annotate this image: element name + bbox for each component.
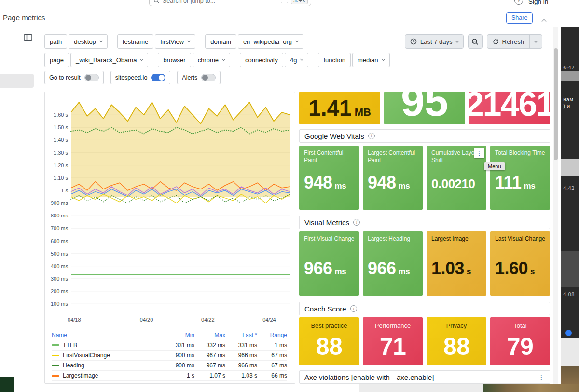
legend-series-name[interactable]: FirstVisualChange bbox=[52, 352, 164, 359]
stat-panel-privacy[interactable]: Privacy88 bbox=[427, 317, 486, 365]
variable-value-dropdown[interactable]: chrome bbox=[193, 53, 230, 67]
search-input[interactable]: Search or jump to... ⌘+k bbox=[149, 0, 311, 6]
legend-column-header[interactable]: Range bbox=[257, 332, 287, 338]
legend-row-ttfb: TTFB331 ms332 ms331 ms1 ms bbox=[52, 340, 287, 350]
svg-text:1.10 s: 1.10 s bbox=[54, 175, 68, 181]
svg-text:1.60 s: 1.60 s bbox=[54, 112, 68, 118]
legend-series-name[interactable]: TTFB bbox=[52, 342, 164, 349]
legend-row-lastvisualchange: LastVisualChange1.53 s1.70 s1.60 s167 ms bbox=[52, 380, 287, 384]
svg-text:1 s: 1 s bbox=[61, 188, 68, 193]
variable-label: function bbox=[318, 53, 351, 67]
variable-label: page bbox=[44, 53, 69, 67]
legend-range: 1 ms bbox=[257, 342, 287, 349]
svg-text:04/20: 04/20 bbox=[140, 317, 153, 323]
toggle-sitespeed-io[interactable]: sitespeed.io bbox=[110, 71, 171, 84]
section-header-visual-metrics: Visual Metrics i bbox=[299, 216, 550, 229]
big-stat-panel-1[interactable]: 95 bbox=[384, 92, 465, 124]
stat-panel-largest-image[interactable]: Largest Image1.03s bbox=[427, 231, 486, 296]
series-color-dash bbox=[52, 344, 59, 346]
background-desktop-corner bbox=[0, 377, 14, 392]
time-range-picker[interactable]: Last 7 days bbox=[405, 34, 464, 49]
big-stat-panel-0[interactable]: 1.41MB bbox=[299, 92, 380, 124]
legend-series-name[interactable]: LargestImage bbox=[52, 372, 164, 379]
legend-range: 67 ms bbox=[257, 352, 287, 359]
variable-value-dropdown[interactable]: median bbox=[352, 53, 390, 67]
chevron-up-icon[interactable] bbox=[542, 16, 546, 25]
legend-series-name[interactable]: Heading bbox=[52, 362, 164, 369]
info-icon[interactable]: i bbox=[368, 133, 375, 139]
sidebar-item-highlighted[interactable] bbox=[0, 74, 34, 88]
timeseries-chart[interactable]: 1.60 s1.50 s1.40 s1.30 s1.20 s1.10 s1 s9… bbox=[47, 94, 292, 327]
legend-min: 900 ms bbox=[164, 352, 194, 359]
menu-tooltip: Menu bbox=[484, 162, 505, 170]
chevron-down-icon bbox=[300, 57, 303, 61]
dock-menu-icon[interactable] bbox=[24, 34, 32, 41]
svg-text:600 ms: 600 ms bbox=[51, 238, 69, 244]
variable-domain: domainen_wikipedia_org bbox=[205, 34, 303, 49]
sign-in-button[interactable]: Sign in bbox=[528, 0, 548, 5]
svg-text:04/18: 04/18 bbox=[68, 317, 81, 323]
stat-panel-largest-contentful-paint[interactable]: Largest Contentful Paint948ms bbox=[363, 146, 423, 210]
page-title: Page metrics bbox=[3, 14, 45, 22]
stat-panel-title: Privacy bbox=[427, 322, 486, 330]
background-window-edge bbox=[14, 384, 359, 392]
toggle-switch[interactable] bbox=[84, 74, 99, 81]
toggle-switch[interactable] bbox=[151, 74, 165, 81]
variable-row-1: pathdesktoptestnamefirstViewdomainen_wik… bbox=[44, 34, 303, 49]
stat-panel-value: 948ms bbox=[304, 173, 346, 193]
stat-panel-value: 79 bbox=[490, 333, 550, 361]
stat-panel-total-blocking-time[interactable]: Total Blocking Time111ms bbox=[490, 146, 550, 210]
section-header-coach-score: Coach Score i bbox=[299, 302, 550, 315]
svg-text:200 ms: 200 ms bbox=[51, 288, 69, 294]
svg-text:100 ms: 100 ms bbox=[51, 301, 69, 307]
refresh-interval-dropdown[interactable] bbox=[529, 35, 542, 48]
info-icon[interactable]: i bbox=[350, 305, 357, 312]
svg-text:1.50 s: 1.50 s bbox=[54, 124, 68, 130]
variable-value-dropdown[interactable]: firstView bbox=[155, 34, 195, 49]
legend-last: 1.03 s bbox=[225, 372, 257, 379]
stat-panel-total[interactable]: Total79 bbox=[490, 317, 550, 365]
background-text: ) и bbox=[563, 103, 570, 109]
variable-value-dropdown[interactable]: en_wikipedia_org bbox=[238, 34, 303, 49]
legend-column-header[interactable]: Max bbox=[194, 332, 225, 338]
toggle-switch[interactable] bbox=[201, 74, 216, 81]
search-icon bbox=[153, 0, 160, 4]
panel-menu-button[interactable]: ⋮ bbox=[474, 148, 484, 158]
variable-browser: browserchrome bbox=[158, 53, 230, 67]
stat-panel-first-contentful-paint[interactable]: First Contentful Paint948ms bbox=[299, 146, 359, 210]
stat-panel-title: Performance bbox=[363, 322, 423, 330]
share-button[interactable]: Share bbox=[506, 12, 533, 24]
big-stat-panel-2[interactable]: 21461 bbox=[469, 92, 550, 124]
scrollbar-thumb[interactable] bbox=[554, 48, 558, 160]
stat-panel-last-visual-change[interactable]: Last Visual Change1.60s bbox=[490, 231, 550, 296]
info-icon[interactable]: i bbox=[353, 219, 360, 226]
legend-column-header[interactable]: Last * bbox=[225, 332, 257, 338]
legend-column-header[interactable]: Min bbox=[164, 332, 194, 338]
toggle-alerts[interactable]: Alerts bbox=[177, 71, 221, 84]
variable-value-dropdown[interactable]: 4g bbox=[285, 53, 308, 67]
stat-panel-best-practice[interactable]: Best practice88 bbox=[299, 317, 359, 365]
refresh-button[interactable]: Refresh bbox=[487, 35, 530, 48]
svg-text:04/24: 04/24 bbox=[262, 317, 276, 323]
stat-panel-cumulative-layout-shift[interactable]: ⋮Cumulative Layout Shift0.00210 bbox=[427, 146, 486, 210]
keyboard-icon bbox=[281, 0, 288, 3]
stat-panel-performance[interactable]: Performance71 bbox=[363, 317, 423, 365]
zoom-out-button[interactable] bbox=[468, 34, 482, 49]
help-icon[interactable]: ? bbox=[514, 0, 523, 5]
legend-column-header[interactable]: Name bbox=[52, 332, 164, 338]
refresh-label: Refresh bbox=[502, 38, 524, 45]
stat-panel-title: Best practice bbox=[299, 322, 359, 330]
variable-row-2: page_wiki_Barack_Obamabrowserchromeconne… bbox=[44, 53, 390, 67]
legend-max: 1.07 s bbox=[194, 372, 225, 379]
stat-panel-title: Total bbox=[490, 322, 550, 330]
variable-value-dropdown[interactable]: desktop bbox=[69, 34, 108, 49]
toggle-go-to-result[interactable]: Go to result bbox=[44, 71, 104, 84]
variable-value-dropdown[interactable]: _wiki_Barack_Obama bbox=[70, 53, 148, 67]
variable-label: browser bbox=[158, 53, 191, 67]
stat-panel-largest-heading[interactable]: Largest Heading966ms bbox=[363, 231, 423, 296]
stat-panel-value: 95 bbox=[401, 92, 448, 122]
kebab-menu-icon[interactable]: ⋮ bbox=[538, 373, 545, 381]
stat-panel-value: 1.41MB bbox=[308, 97, 371, 119]
legend-min: 331 ms bbox=[164, 342, 194, 349]
stat-panel-first-visual-change[interactable]: First Visual Change966ms bbox=[299, 231, 359, 296]
